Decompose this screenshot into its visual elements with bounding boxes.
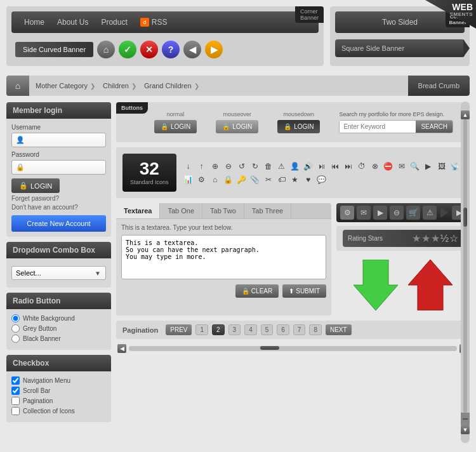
check-item-2[interactable]: Pagination (11, 397, 106, 405)
scrollbar-h-thumb[interactable] (260, 346, 279, 350)
check-icon-btn[interactable]: ✓ (119, 41, 136, 58)
login-normal-btn[interactable]: 🔒 LOGIN (154, 120, 197, 133)
rating-stars: ★ ★ ★ ½ ☆ (412, 232, 458, 244)
clear-button[interactable]: 🔒 CLEAR (235, 284, 279, 298)
page-6[interactable]: 6 (277, 324, 289, 335)
pagination-section: Pagination PREV 1 2 3 4 5 6 7 8 NEXT (116, 321, 470, 339)
scroll-down-arrow[interactable]: ▼ (461, 425, 470, 434)
no-account-link[interactable]: Don't have an account? (11, 204, 106, 211)
password-input[interactable]: 🔒 (11, 160, 106, 175)
icon-tab-gear[interactable]: ⚙ (340, 206, 354, 220)
tab-bar: Textarea Tab One Tab Two Tab Three (116, 203, 331, 219)
icon-image: 🖼 (436, 161, 447, 172)
check-item-3[interactable]: Collection of Icons (11, 407, 106, 415)
icon-tab-warning[interactable]: ⚠ (423, 206, 437, 220)
login-mousedown-btn[interactable]: 🔒 LOGIN (277, 120, 320, 133)
square-side-row: Square Side Banner (335, 38, 465, 58)
icon-heart: ♥ (303, 174, 314, 185)
next-button[interactable]: NEXT (326, 324, 352, 335)
top-section: Home About Us Product ☌ RSS CornerBanner… (0, 0, 476, 72)
tab-textarea[interactable]: Textarea (116, 203, 160, 218)
tab-three[interactable]: Tab Three (244, 203, 291, 218)
icon-zoom-out: ⊖ (223, 161, 234, 172)
help-icon-btn[interactable]: ? (162, 41, 180, 58)
radio-option-2[interactable]: Black Banner (11, 335, 106, 343)
scroll-left-arrow[interactable]: ◀ (117, 344, 126, 353)
buttons-corner-label: Buttons (116, 102, 148, 114)
star-5[interactable]: ☆ (449, 232, 458, 244)
main-textarea[interactable]: This is a textarea. So you can have the … (121, 235, 326, 279)
star-2[interactable]: ★ (421, 232, 430, 244)
cross-icon-btn[interactable]: ✕ (140, 41, 158, 58)
tab-two[interactable]: Tab Two (202, 203, 244, 218)
nav-home[interactable]: Home (18, 18, 51, 27)
page-5[interactable]: 5 (261, 324, 274, 335)
page-2[interactable]: 2 (212, 324, 225, 335)
icon-play: ⏯ (316, 161, 327, 172)
radio-option-1[interactable]: Grey Button (11, 324, 106, 333)
forget-password-link[interactable]: Forget pasword? (11, 195, 106, 202)
prev-button[interactable]: PREV (166, 324, 192, 335)
tabs-panel: Textarea Tab One Tab Two Tab Three This … (116, 203, 331, 316)
download-arrow-green[interactable] (354, 260, 398, 310)
left-icon-btn[interactable]: ◀ (183, 41, 201, 58)
check-item-0[interactable]: Navigation Menu (11, 376, 106, 385)
username-input[interactable]: 👤 (11, 133, 106, 147)
star-1[interactable]: ★ (412, 232, 421, 244)
page-8[interactable]: 8 (309, 324, 322, 335)
tab-one[interactable]: Tab One (160, 203, 202, 218)
icon-tab-arrow (440, 208, 448, 218)
icons-section: 32 Standard Icons ↓ ↑ ⊕ ⊖ ↺ ↻ 🗑 ⚠ 👤 🔊 ⏯ … (116, 147, 470, 198)
icons-grid: ↓ ↑ ⊕ ⊖ ↺ ↻ 🗑 ⚠ 👤 🔊 ⏯ ⏮ ⏭ ⏱ ⊗ ⛔ ✉ 🔍 ▶ 🖼 (183, 161, 463, 185)
icon-tab-mail[interactable]: ✉ (357, 206, 371, 220)
login-lock-icon: 🔒 (19, 182, 28, 190)
star-4[interactable]: ½ (440, 233, 449, 244)
icon-tab-minus[interactable]: ⊖ (390, 206, 404, 220)
page-4[interactable]: 4 (244, 324, 257, 335)
icon-tab-cart[interactable]: 🛒 (406, 206, 420, 220)
login-mouseover-btn[interactable]: 🔒 LOGIN (216, 120, 258, 133)
bc-mother-category[interactable]: Mother Category (29, 76, 96, 96)
icon-home: ⌂ (209, 174, 221, 185)
submit-button[interactable]: ⬆ SUBMIT (282, 284, 326, 298)
icon-tabs-bar: ⚙ ✉ ▶ ⊖ 🛒 ⚠ ▶ (336, 203, 470, 222)
btn-group-normal: normal 🔒 LOGIN (154, 111, 197, 133)
scrollbar-v-track (463, 119, 467, 413)
home-icon-btn[interactable]: ⌂ (97, 41, 115, 58)
main-content: Member login Username 👤 Password 🔒 🔒 LOG… (0, 99, 476, 425)
side-curved-banner[interactable]: Side Curved Banner (15, 42, 93, 57)
nav-rss[interactable]: ☌ RSS (134, 18, 174, 27)
icon-clip: 📎 (249, 174, 261, 185)
nav-product[interactable]: Product (95, 18, 133, 27)
nav-about[interactable]: About Us (51, 18, 95, 27)
scroll-up-arrow[interactable]: ▲ (461, 110, 470, 119)
bc-grand-children[interactable]: Grand Children (138, 76, 201, 96)
bc-children[interactable]: Children (96, 76, 138, 96)
page-3[interactable]: 3 (228, 324, 241, 335)
upload-arrow-red[interactable] (408, 260, 453, 310)
dropdown-select[interactable]: Select... Option 1 Option 2 Option 3 (11, 266, 106, 280)
icon-user: 👤 (289, 161, 301, 172)
icon-chart: 📊 (183, 174, 194, 185)
icon-down-arrow: ↓ (183, 161, 194, 172)
create-account-button[interactable]: Create New Account (11, 215, 106, 232)
bc-home-icon[interactable]: ⌂ (6, 76, 29, 96)
login-button[interactable]: 🔒 LOGIN (11, 178, 60, 193)
scrollbar-v-thumb[interactable] (463, 208, 467, 227)
check-item-1[interactable]: Scroll Bar (11, 387, 106, 395)
form-buttons-row: 🔒 CLEAR ⬆ SUBMIT (121, 284, 326, 298)
clear-icon: 🔒 (242, 288, 249, 295)
star-3[interactable]: ★ (431, 232, 440, 244)
icon-tab-play[interactable]: ▶ (373, 206, 387, 220)
btn-lock-icon2: 🔒 (222, 123, 230, 130)
search-input[interactable] (340, 121, 416, 133)
member-login-title: Member login (6, 102, 111, 119)
right-icon-btn[interactable]: ▶ (205, 41, 223, 58)
page-1[interactable]: 1 (195, 324, 208, 335)
icon-trash: 🗑 (263, 161, 274, 172)
page-7[interactable]: 7 (293, 324, 306, 335)
buttons-section: Buttons normal 🔒 LOGIN mouseover 🔒 LOGIN… (116, 102, 470, 142)
radio-option-0[interactable]: White Background (11, 314, 106, 322)
search-button[interactable]: SEARCH (416, 121, 453, 133)
icon-stop: ⛔ (383, 161, 394, 172)
